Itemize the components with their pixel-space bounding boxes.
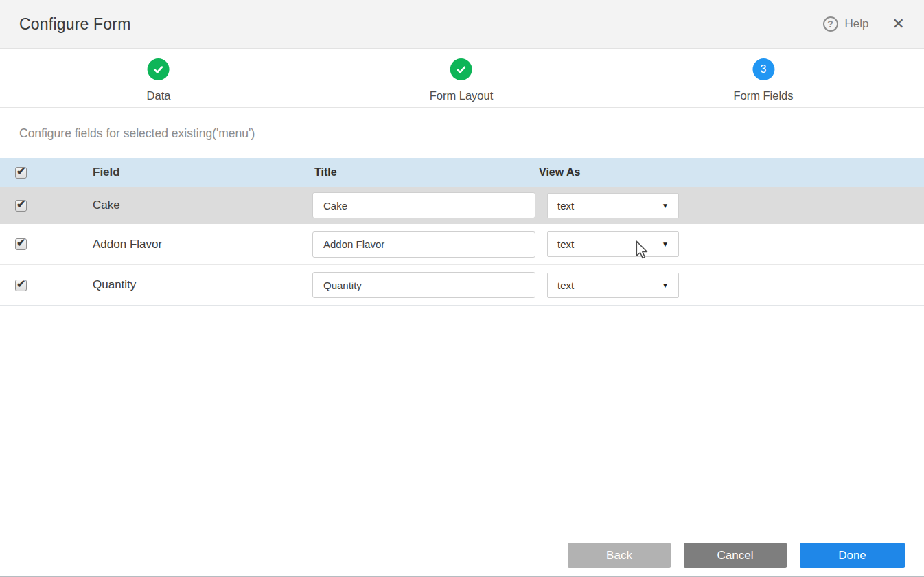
view-as-select[interactable]: text ▼: [547, 231, 679, 257]
view-as-value: text: [557, 200, 574, 212]
step-label: Form Fields: [733, 89, 793, 102]
step-number: 3: [761, 63, 767, 76]
help-label: Help: [845, 17, 869, 31]
table-row: Cake text ▼: [0, 187, 924, 224]
page-title: Configure Form: [19, 15, 131, 34]
view-as-select[interactable]: text ▼: [547, 193, 679, 218]
row-checkbox-cell: [0, 280, 93, 291]
step-label: Data: [147, 89, 171, 102]
title-input[interactable]: [312, 192, 535, 218]
view-as-value: text: [557, 280, 574, 291]
row-checkbox-cell: [0, 238, 93, 250]
wizard-stepper: Data Form Layout 3 Form Fields: [0, 49, 924, 108]
stepper-connector: [170, 69, 450, 69]
row-checkbox[interactable]: [15, 200, 27, 212]
view-as-value: text: [557, 238, 574, 250]
cancel-button[interactable]: Cancel: [684, 543, 787, 568]
dialog-titlebar: Configure Form ? Help ✕: [0, 0, 924, 49]
page-subtitle: Configure fields for selected existing('…: [0, 109, 924, 158]
table-row: Quantity text ▼: [0, 265, 924, 306]
title-input[interactable]: [312, 272, 535, 298]
step-number-badge: 3: [752, 58, 774, 80]
header-checkbox-cell: [0, 167, 93, 179]
back-button[interactable]: Back: [568, 543, 671, 568]
row-checkbox-cell: [0, 200, 93, 212]
title-input[interactable]: [312, 231, 535, 258]
view-as-select[interactable]: text ▼: [547, 273, 679, 298]
chevron-down-icon: ▼: [662, 240, 669, 248]
chevron-down-icon: ▼: [662, 202, 669, 210]
help-button[interactable]: ? Help: [823, 16, 869, 32]
step-completed-check-icon: [450, 58, 472, 80]
column-header-field: Field: [93, 166, 312, 179]
close-icon[interactable]: ✕: [892, 16, 905, 32]
step-data[interactable]: Data: [147, 58, 171, 102]
row-checkbox[interactable]: [15, 238, 27, 250]
chevron-down-icon: ▼: [662, 282, 669, 289]
table-header-row: Field Title View As: [0, 158, 924, 187]
column-header-title: Title: [312, 166, 539, 179]
column-header-view-as: View As: [539, 166, 924, 179]
row-checkbox[interactable]: [15, 280, 27, 291]
stepper-connector: [473, 69, 752, 69]
configure-form-dialog: Configure Form ? Help ✕ Data Form Layout: [0, 0, 924, 577]
footer-actions: Back Cancel Done: [568, 543, 905, 568]
step-completed-check-icon: [148, 58, 170, 80]
select-all-checkbox[interactable]: [15, 167, 27, 179]
field-name-label: Quantity: [93, 278, 312, 292]
titlebar-actions: ? Help ✕: [823, 16, 905, 32]
help-icon: ?: [823, 16, 838, 32]
step-form-layout[interactable]: Form Layout: [430, 58, 494, 102]
field-name-label: Addon Flavor: [93, 238, 312, 251]
table-row: Addon Flavor text ▼: [0, 224, 924, 265]
field-name-label: Cake: [93, 199, 312, 212]
fields-table: Field Title View As Cake text ▼ A: [0, 158, 924, 306]
step-form-fields[interactable]: 3 Form Fields: [733, 58, 793, 102]
step-label: Form Layout: [430, 89, 494, 102]
done-button[interactable]: Done: [800, 543, 905, 568]
